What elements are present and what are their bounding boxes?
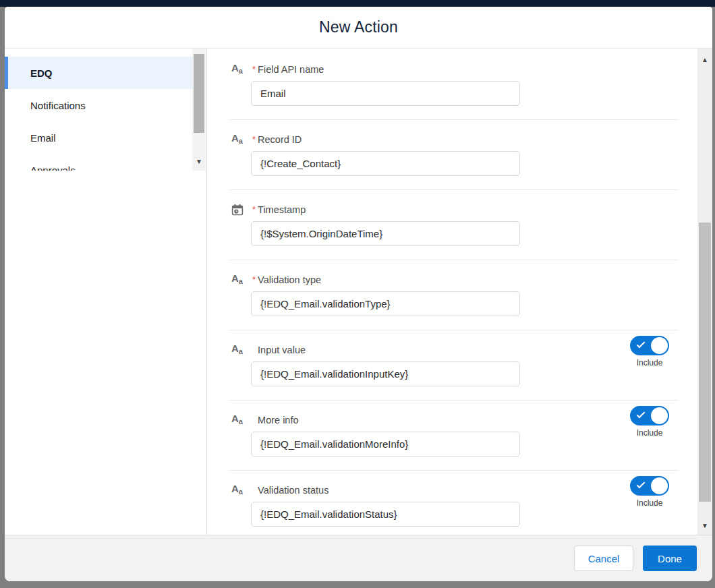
sidebar-item-label: EDQ bbox=[5, 67, 53, 79]
form-field-section: Aa * Record ID bbox=[207, 120, 697, 190]
main-scrollbar[interactable]: ▲ ▼ bbox=[697, 49, 712, 535]
include-label: Include bbox=[629, 358, 670, 368]
sidebar-item-notifications[interactable]: Notifications bbox=[5, 89, 192, 121]
cancel-button[interactable]: Cancel bbox=[574, 546, 633, 571]
form-fields: Aa * Field API name Aa * Record ID bbox=[207, 49, 697, 535]
field-label: Input value bbox=[258, 345, 306, 355]
field-header: Aa * Record ID bbox=[231, 134, 697, 146]
field-type-icon: Aa bbox=[231, 63, 246, 76]
include-toggle-switch[interactable] bbox=[630, 476, 669, 496]
selected-accent-bar bbox=[5, 154, 8, 171]
required-asterisk: * bbox=[252, 135, 256, 144]
main-scroll-up-icon[interactable]: ▲ bbox=[697, 57, 712, 63]
form-field-section: Aa * Validation type bbox=[207, 260, 697, 330]
field-input[interactable] bbox=[251, 432, 520, 457]
text-field-icon: Aa bbox=[231, 414, 243, 426]
field-header: Aa * More info bbox=[231, 414, 697, 426]
include-toggle[interactable]: Include bbox=[629, 476, 670, 508]
modal-header: New Action bbox=[5, 7, 712, 49]
include-label: Include bbox=[629, 428, 670, 438]
sidebar-list: EDQ Notifications Email Approvals bbox=[5, 49, 192, 171]
include-toggle[interactable]: Include bbox=[629, 336, 670, 368]
modal-footer: Cancel Done bbox=[5, 535, 712, 581]
field-label: Field API name bbox=[258, 64, 324, 75]
form-field-section: Aa * Validation status Include bbox=[207, 471, 697, 535]
sidebar-item-approvals[interactable]: Approvals bbox=[5, 154, 192, 171]
check-icon bbox=[637, 480, 646, 489]
required-asterisk: * bbox=[252, 275, 256, 285]
include-toggle-switch[interactable] bbox=[630, 336, 669, 355]
field-input[interactable] bbox=[251, 291, 520, 316]
field-input[interactable] bbox=[251, 361, 520, 386]
field-header: Aa * Validation type bbox=[231, 274, 697, 286]
toggle-knob bbox=[651, 407, 668, 424]
text-field-icon: Aa bbox=[231, 134, 243, 146]
page-title: New Action bbox=[319, 18, 398, 36]
new-action-modal-window: New Action EDQ Notifications Email Appro… bbox=[0, 0, 715, 588]
field-label: Validation status bbox=[258, 485, 328, 496]
field-label: Timestamp bbox=[258, 204, 306, 215]
form-field-section: Aa * More info Include bbox=[207, 401, 697, 471]
include-toggle[interactable]: Include bbox=[629, 406, 670, 438]
datetime-field-icon bbox=[231, 204, 244, 216]
field-input[interactable] bbox=[251, 502, 520, 527]
field-header: Aa * Validation status bbox=[231, 484, 697, 496]
field-label: Validation type bbox=[258, 274, 321, 285]
field-type-icon: Aa bbox=[231, 414, 246, 426]
form-field-section: Aa * Input value Include bbox=[207, 330, 697, 401]
main-scroll-down-icon[interactable]: ▼ bbox=[697, 523, 712, 529]
check-icon bbox=[637, 340, 646, 349]
include-toggle-switch[interactable] bbox=[630, 406, 669, 425]
sidebar: EDQ Notifications Email Approvals ▼ bbox=[5, 49, 207, 535]
main-scrollbar-thumb[interactable] bbox=[699, 223, 711, 502]
field-input[interactable] bbox=[251, 221, 520, 246]
window-top-border bbox=[0, 0, 715, 7]
sidebar-item-label: Approvals bbox=[5, 165, 76, 171]
field-label: More info bbox=[258, 415, 298, 425]
field-type-icon: Aa bbox=[231, 344, 246, 356]
toggle-knob bbox=[651, 477, 668, 494]
sidebar-item-email[interactable]: Email bbox=[5, 121, 192, 154]
text-field-icon: Aa bbox=[231, 484, 243, 496]
modal: New Action EDQ Notifications Email Appro… bbox=[5, 7, 712, 581]
sidebar-scroll-down-icon[interactable]: ▼ bbox=[192, 158, 206, 165]
field-type-icon bbox=[231, 204, 246, 216]
field-header: * Timestamp bbox=[231, 204, 697, 216]
check-icon bbox=[637, 410, 646, 419]
sidebar-item-edq[interactable]: EDQ bbox=[5, 57, 192, 89]
toggle-knob bbox=[651, 337, 668, 354]
sidebar-item-label: Notifications bbox=[5, 100, 86, 111]
required-asterisk: * bbox=[252, 205, 256, 214]
required-asterisk: * bbox=[252, 65, 256, 74]
field-type-icon: Aa bbox=[231, 134, 246, 146]
field-header: Aa * Input value bbox=[231, 344, 697, 356]
sidebar-scrollbar[interactable]: ▼ bbox=[192, 49, 206, 171]
form-panel: Aa * Field API name Aa * Record ID bbox=[207, 49, 712, 535]
selected-accent-bar bbox=[5, 89, 8, 121]
field-header: Aa * Field API name bbox=[231, 63, 697, 76]
field-label: Record ID bbox=[258, 134, 302, 145]
field-type-icon: Aa bbox=[231, 484, 246, 496]
modal-body: EDQ Notifications Email Approvals ▼ Aa *… bbox=[5, 49, 712, 535]
form-field-section: Aa * Field API name bbox=[207, 50, 697, 120]
done-button[interactable]: Done bbox=[643, 546, 697, 571]
sidebar-item-label: Email bbox=[5, 132, 56, 144]
form-field-section: * Timestamp bbox=[207, 190, 697, 260]
text-field-icon: Aa bbox=[231, 274, 243, 286]
field-input[interactable] bbox=[251, 151, 520, 176]
text-field-icon: Aa bbox=[231, 63, 243, 76]
field-input[interactable] bbox=[251, 81, 520, 106]
text-field-icon: Aa bbox=[231, 344, 243, 356]
include-label: Include bbox=[629, 498, 670, 508]
selected-accent-bar bbox=[5, 121, 8, 154]
selected-accent-bar bbox=[5, 57, 8, 89]
field-type-icon: Aa bbox=[231, 274, 246, 286]
sidebar-scrollbar-thumb[interactable] bbox=[194, 54, 204, 133]
